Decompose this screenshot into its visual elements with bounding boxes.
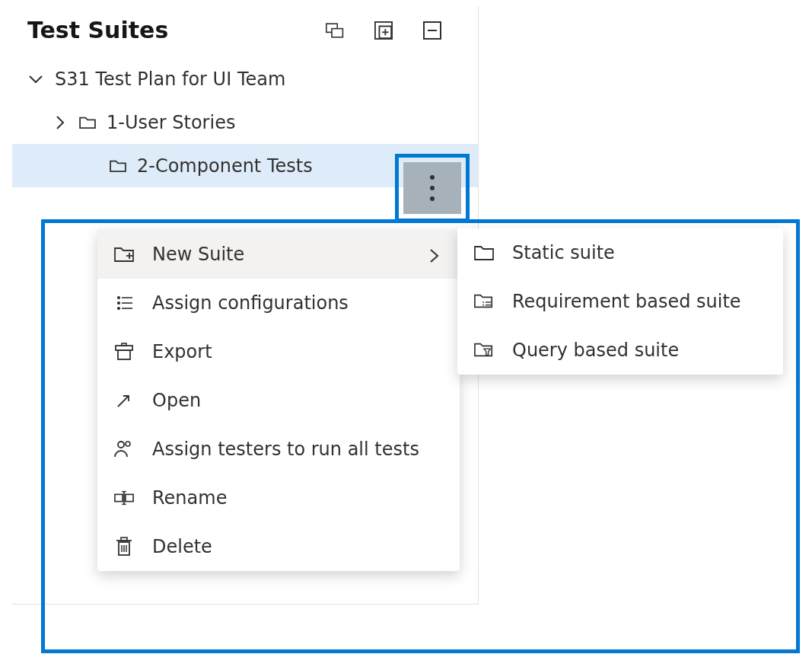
svg-point-23 — [118, 442, 124, 448]
submenu-item-label: Static suite — [512, 242, 766, 263]
chevron-right-icon — [52, 114, 68, 131]
open-icon — [114, 391, 134, 410]
rename-icon — [114, 488, 134, 508]
menu-item-label: Delete — [152, 536, 443, 557]
svg-point-39 — [482, 305, 484, 306]
menu-item-label: Export — [152, 341, 443, 362]
folder-icon — [474, 243, 494, 263]
svg-rect-26 — [126, 494, 133, 501]
tree-item-user-stories[interactable]: 1-User Stories — [12, 100, 478, 144]
folder-icon — [79, 116, 96, 129]
new-suite-submenu: Static suite Requirement based suite Que… — [457, 228, 783, 375]
collapse-all-icon — [423, 21, 441, 40]
menu-item-open[interactable]: Open — [97, 376, 460, 425]
more-options-button[interactable] — [403, 162, 461, 214]
submenu-item-requirement-suite[interactable]: Requirement based suite — [457, 277, 783, 326]
menu-item-label: Assign configurations — [152, 292, 443, 314]
svg-line-22 — [118, 396, 129, 407]
svg-point-10 — [430, 196, 435, 201]
panel-toolbar — [326, 21, 469, 40]
folder-icon — [110, 159, 126, 173]
menu-item-label: Open — [152, 390, 443, 411]
clone-button[interactable] — [326, 21, 344, 40]
svg-rect-19 — [118, 350, 130, 359]
svg-rect-1 — [332, 28, 342, 37]
svg-rect-2 — [375, 21, 392, 38]
submenu-item-static-suite[interactable]: Static suite — [457, 228, 783, 277]
svg-rect-25 — [115, 494, 123, 501]
add-nested-icon — [374, 21, 393, 40]
svg-point-9 — [430, 186, 435, 190]
configurations-icon — [114, 293, 134, 313]
add-nested-button[interactable] — [374, 21, 393, 40]
export-icon — [114, 342, 134, 362]
context-menu: New Suite Assign configurations Expor — [97, 230, 460, 571]
menu-item-export[interactable]: Export — [97, 327, 460, 376]
submenu-item-query-suite[interactable]: Query based suite — [457, 326, 783, 375]
delete-icon — [114, 537, 134, 557]
menu-item-assign-configurations[interactable]: Assign configurations — [97, 279, 460, 327]
collapse-all-button[interactable] — [423, 21, 441, 40]
svg-point-8 — [430, 175, 435, 180]
svg-point-17 — [118, 308, 120, 310]
tree-root-label: S31 Test Plan for UI Team — [55, 69, 285, 90]
panel-title: Test Suites — [27, 17, 168, 43]
menu-item-label: Assign testers to run all tests — [152, 439, 443, 460]
new-suite-icon — [114, 244, 134, 264]
testers-icon — [114, 439, 134, 459]
clone-icon — [326, 21, 344, 40]
tree-item-label: 2-Component Tests — [137, 155, 313, 177]
panel-header: Test Suites — [12, 6, 478, 57]
svg-rect-21 — [122, 343, 126, 346]
svg-point-38 — [482, 302, 484, 303]
menu-item-label: Rename — [152, 487, 443, 509]
more-options-highlight — [395, 154, 470, 222]
requirement-suite-icon — [474, 292, 494, 311]
query-suite-icon — [474, 340, 494, 360]
menu-item-label: New Suite — [152, 244, 411, 265]
svg-point-13 — [118, 297, 120, 299]
submenu-item-label: Query based suite — [512, 340, 766, 361]
kebab-icon — [429, 174, 435, 203]
svg-rect-32 — [121, 538, 127, 541]
chevron-right-icon — [429, 247, 443, 261]
menu-item-assign-testers[interactable]: Assign testers to run all tests — [97, 425, 460, 474]
tree-root-row[interactable]: S31 Test Plan for UI Team — [12, 57, 478, 100]
svg-point-24 — [126, 442, 130, 446]
chevron-down-icon — [27, 71, 44, 88]
menu-item-delete[interactable]: Delete — [97, 522, 460, 571]
submenu-item-label: Requirement based suite — [512, 291, 766, 312]
menu-item-rename[interactable]: Rename — [97, 474, 460, 522]
menu-item-new-suite[interactable]: New Suite — [97, 230, 460, 279]
svg-point-15 — [118, 302, 120, 305]
tree-item-label: 1-User Stories — [107, 112, 235, 133]
svg-rect-20 — [116, 346, 132, 350]
